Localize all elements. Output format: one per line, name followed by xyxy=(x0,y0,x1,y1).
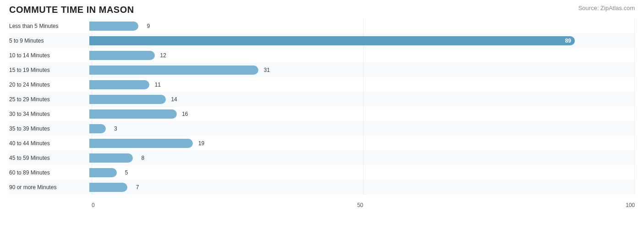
bar-label: 60 to 89 Minutes xyxy=(9,169,89,176)
bar-track: 11 xyxy=(89,78,635,91)
bar-value: 16 xyxy=(182,111,188,117)
x-axis: 050100 xyxy=(92,202,635,208)
bar-fill: 5 xyxy=(89,168,117,177)
bar-track: 89 xyxy=(89,34,635,47)
bar-value: 31 xyxy=(264,67,270,73)
bar-value: 89 xyxy=(565,38,571,44)
bar-fill: 9 xyxy=(89,22,138,31)
bar-label: 20 to 24 Minutes xyxy=(9,82,89,88)
bar-label: 10 to 14 Minutes xyxy=(9,52,89,59)
bar-fill: 19 xyxy=(89,139,193,148)
bar-row: 40 to 44 Minutes19 xyxy=(9,136,635,151)
bar-value: 3 xyxy=(114,125,117,132)
bar-value: 7 xyxy=(136,184,139,191)
bar-value: 14 xyxy=(171,96,177,103)
bar-value: 12 xyxy=(160,52,166,59)
bar-fill: 31 xyxy=(89,65,258,75)
bar-row: 10 to 14 Minutes12 xyxy=(9,48,635,63)
chart-area: Less than 5 Minutes95 to 9 Minutes8910 t… xyxy=(9,19,635,208)
x-axis-label: 100 xyxy=(626,202,635,208)
bar-track: 3 xyxy=(89,122,635,135)
bar-fill: 3 xyxy=(89,124,106,133)
bar-row: 30 to 34 Minutes16 xyxy=(9,107,635,121)
bar-row: 90 or more Minutes7 xyxy=(9,180,635,195)
bar-track: 8 xyxy=(89,152,635,164)
bar-track: 5 xyxy=(89,166,635,179)
bar-row: 25 to 29 Minutes14 xyxy=(9,92,635,107)
bars-container: Less than 5 Minutes95 to 9 Minutes8910 t… xyxy=(9,19,635,195)
bar-fill: 89 xyxy=(89,36,575,45)
x-axis-label: 50 xyxy=(357,202,363,208)
bar-label: 30 to 34 Minutes xyxy=(9,111,89,117)
bar-value: 9 xyxy=(147,23,150,29)
bar-row: 5 to 9 Minutes89 xyxy=(9,33,635,48)
bar-row: 60 to 89 Minutes5 xyxy=(9,165,635,180)
bar-label: 40 to 44 Minutes xyxy=(9,140,89,147)
bar-value: 5 xyxy=(125,169,128,176)
bar-track: 7 xyxy=(89,181,635,194)
bar-fill: 16 xyxy=(89,109,177,119)
bar-track: 9 xyxy=(89,20,635,33)
bar-value: 19 xyxy=(198,140,204,147)
bar-label: 45 to 59 Minutes xyxy=(9,155,89,161)
bar-value: 11 xyxy=(155,82,161,88)
bar-label: Less than 5 Minutes xyxy=(9,23,89,29)
bar-track: 14 xyxy=(89,93,635,106)
bar-track: 16 xyxy=(89,108,635,120)
bar-fill: 8 xyxy=(89,153,133,163)
bar-row: Less than 5 Minutes9 xyxy=(9,19,635,33)
page-title: COMMUTE TIME IN MASON xyxy=(9,5,635,15)
bar-row: 15 to 19 Minutes31 xyxy=(9,63,635,77)
source-label: Source: ZipAtlas.com xyxy=(578,5,635,11)
x-axis-label: 0 xyxy=(92,202,95,208)
bar-value: 8 xyxy=(142,155,145,161)
bar-track: 12 xyxy=(89,49,635,62)
bar-track: 31 xyxy=(89,64,635,76)
bar-fill: 14 xyxy=(89,95,166,104)
bar-label: 15 to 19 Minutes xyxy=(9,67,89,73)
bar-track: 19 xyxy=(89,137,635,150)
bar-label: 90 or more Minutes xyxy=(9,184,89,191)
bar-row: 45 to 59 Minutes8 xyxy=(9,151,635,165)
bar-fill: 7 xyxy=(89,183,127,192)
bar-label: 35 to 39 Minutes xyxy=(9,125,89,132)
page-container: COMMUTE TIME IN MASON Source: ZipAtlas.c… xyxy=(0,0,644,240)
bar-label: 25 to 29 Minutes xyxy=(9,96,89,103)
bar-row: 20 to 24 Minutes11 xyxy=(9,77,635,92)
bar-label: 5 to 9 Minutes xyxy=(9,38,89,44)
bar-fill: 12 xyxy=(89,51,155,60)
bar-row: 35 to 39 Minutes3 xyxy=(9,121,635,136)
bar-fill: 11 xyxy=(89,80,149,89)
